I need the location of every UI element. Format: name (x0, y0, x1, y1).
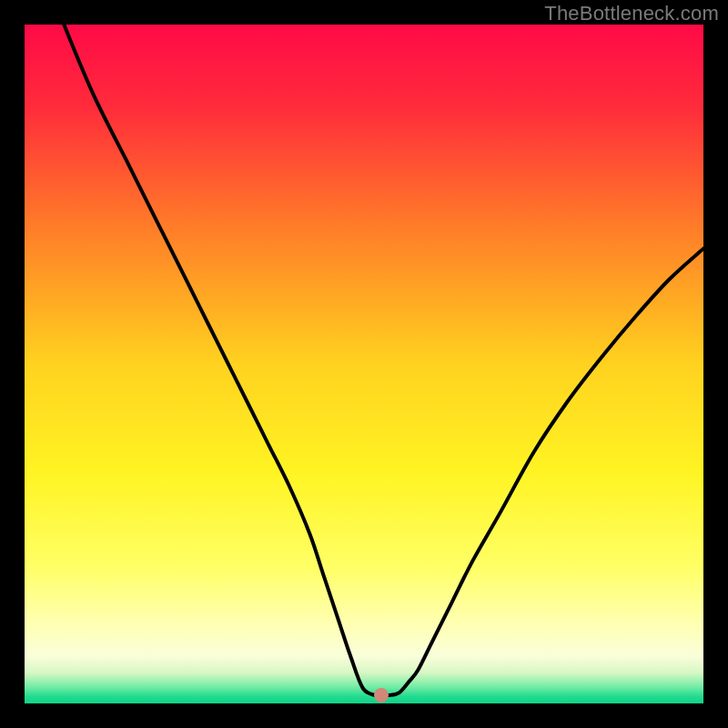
bottleneck-curve (25, 25, 703, 703)
optimal-point-marker (374, 688, 389, 703)
plot-area (25, 25, 703, 703)
chart-frame: TheBottleneck.com (0, 0, 728, 728)
watermark-text: TheBottleneck.com (544, 2, 719, 25)
